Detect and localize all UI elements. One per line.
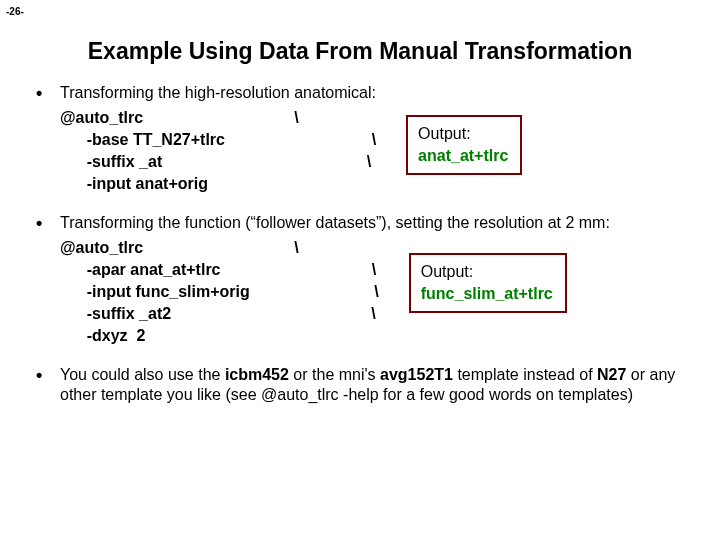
bullet-item-1: • Transforming the high-resolution anato… (36, 83, 684, 103)
output-box-1: Output: anat_at+tlrc (406, 115, 522, 175)
cmd-line: -input anat+orig (60, 173, 376, 195)
output-box-2: Output: func_slim_at+tlrc (409, 253, 567, 313)
page-number: -26- (6, 6, 24, 17)
content-area: • Transforming the high-resolution anato… (0, 83, 720, 405)
bullet-dot: • (36, 365, 60, 405)
output-value: func_slim_at+tlrc (421, 283, 553, 305)
output-label: Output: (418, 123, 508, 145)
cmd-line: @auto_tlrc \ (60, 107, 376, 129)
cmd-line: -input func_slim+orig \ (60, 281, 379, 303)
text-part: or the mni's (289, 366, 380, 383)
text-part: You could also use the (60, 366, 225, 383)
bullet-dot: • (36, 83, 60, 103)
command-block-2: @auto_tlrc \ -apar anat_at+tlrc \ -input… (60, 237, 379, 347)
bullet-1-body: @auto_tlrc \ -base TT_N27+tlrc \ -suffix… (60, 107, 684, 195)
page-title: Example Using Data From Manual Transform… (0, 38, 720, 65)
output-label: Output: (421, 261, 553, 283)
bullet-text-1: Transforming the high-resolution anatomi… (60, 83, 684, 103)
text-part: template instead of (453, 366, 597, 383)
bullet-text-2: Transforming the function (“follower dat… (60, 213, 684, 233)
bullet-dot: • (36, 213, 60, 233)
cmd-line: -suffix _at \ (60, 151, 376, 173)
template-name-n27: N27 (597, 366, 626, 383)
template-name-icbm452: icbm452 (225, 366, 289, 383)
cmd-line: @auto_tlrc \ (60, 237, 379, 259)
bullet-2-body: @auto_tlrc \ -apar anat_at+tlrc \ -input… (60, 237, 684, 347)
bullet-text-3: You could also use the icbm452 or the mn… (60, 365, 684, 405)
cmd-line: -dxyz 2 (60, 325, 379, 347)
cmd-line: -base TT_N27+tlrc \ (60, 129, 376, 151)
command-block-1: @auto_tlrc \ -base TT_N27+tlrc \ -suffix… (60, 107, 376, 195)
bullet-item-3: • You could also use the icbm452 or the … (36, 365, 684, 405)
cmd-line: -apar anat_at+tlrc \ (60, 259, 379, 281)
output-value: anat_at+tlrc (418, 145, 508, 167)
bullet-item-2: • Transforming the function (“follower d… (36, 213, 684, 233)
template-name-avg152t1: avg152T1 (380, 366, 453, 383)
cmd-line: -suffix _at2 \ (60, 303, 379, 325)
